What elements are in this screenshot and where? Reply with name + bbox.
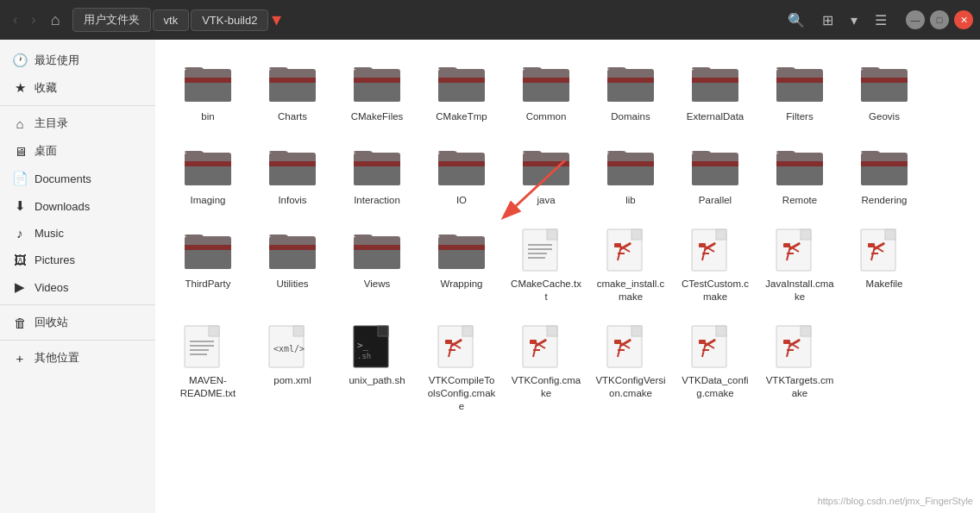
- file-item[interactable]: <xml/> pom.xml: [254, 317, 331, 420]
- sidebar-item-pictures[interactable]: 🖼 Pictures: [0, 247, 155, 273]
- folder-item[interactable]: bin: [169, 53, 247, 130]
- file-label: Views: [364, 278, 390, 291]
- svg-rect-35: [354, 161, 400, 166]
- window-controls: — □ ✕: [906, 10, 973, 29]
- nav-buttons: ‹ › ⌂: [7, 8, 67, 33]
- folder-item[interactable]: Remote: [761, 137, 839, 214]
- folder-item[interactable]: IO: [423, 137, 500, 214]
- breadcrumb-vtk[interactable]: vtk: [153, 9, 190, 31]
- folder-icon: [690, 144, 740, 191]
- file-label: unix_path.sh: [349, 374, 405, 387]
- folder-item[interactable]: Imaging: [169, 137, 247, 214]
- search-button[interactable]: 🔍: [781, 8, 812, 33]
- minimize-button[interactable]: —: [906, 10, 925, 29]
- sidebar-item-other[interactable]: + 其他位置: [0, 344, 155, 372]
- file-grid: bin Charts CMakeFiles CMakeTmp: [169, 53, 966, 420]
- svg-rect-26: [861, 78, 908, 83]
- menu-button[interactable]: ☰: [868, 8, 894, 33]
- folder-item[interactable]: Views: [338, 221, 416, 310]
- folder-icon: [690, 60, 740, 107]
- folder-item[interactable]: ExternalData: [676, 53, 754, 130]
- svg-rect-23: [776, 78, 823, 83]
- file-item[interactable]: cmake_install.cmake: [592, 221, 669, 310]
- folder-item[interactable]: Utilities: [254, 221, 331, 310]
- svg-text:.sh: .sh: [357, 352, 371, 360]
- folder-icon: [606, 144, 656, 191]
- sidebar-label-other: 其他位置: [35, 350, 79, 366]
- file-icon: >_ .sh: [352, 324, 402, 371]
- close-button[interactable]: ✕: [954, 10, 973, 29]
- folder-item[interactable]: java: [507, 137, 585, 214]
- watermark: https://blog.csdn.net/jmx_FingerStyle: [818, 496, 973, 506]
- svg-rect-41: [523, 161, 569, 166]
- folder-item[interactable]: Rendering: [845, 137, 923, 214]
- titlebar: ‹ › ⌂ 用户文件夹 vtk VTK-build2 ▾ 🔍 ⊞ ▾ ☰ — □…: [0, 0, 980, 40]
- view-toggle-button[interactable]: ▾: [844, 8, 864, 33]
- folder-icon: [775, 144, 825, 191]
- documents-icon: 📄: [12, 171, 28, 186]
- svg-rect-56: [185, 245, 231, 250]
- file-item[interactable]: VTKConfigVersion.cmake: [592, 317, 669, 420]
- sidebar-item-music[interactable]: ♪ Music: [0, 220, 155, 247]
- breadcrumb-home[interactable]: 用户文件夹: [72, 8, 151, 32]
- sidebar-label-trash: 回收站: [35, 315, 68, 330]
- folder-item[interactable]: Filters: [761, 53, 839, 130]
- folder-item[interactable]: Charts: [254, 53, 331, 130]
- sidebar-item-recent[interactable]: 🕐 最近使用: [0, 47, 155, 74]
- file-icon: [606, 228, 656, 274]
- svg-text:>_: >_: [357, 340, 369, 351]
- maximize-button[interactable]: □: [930, 10, 949, 29]
- forward-button[interactable]: ›: [25, 9, 41, 31]
- folder-icon: [606, 60, 656, 107]
- folder-item[interactable]: Geovis: [845, 53, 923, 130]
- file-label: Domains: [611, 110, 650, 123]
- folder-item[interactable]: Parallel: [676, 137, 754, 214]
- file-icon: [521, 324, 571, 371]
- downloads-icon: ⬇: [12, 198, 28, 214]
- folder-item[interactable]: lib: [592, 137, 669, 214]
- file-item[interactable]: MAVEN-README.txt: [169, 317, 247, 420]
- folder-item[interactable]: Infovis: [254, 137, 331, 214]
- file-label: Geovis: [869, 110, 900, 123]
- svg-rect-103: [445, 340, 452, 344]
- folder-item[interactable]: Domains: [592, 53, 669, 130]
- sidebar-item-desktop[interactable]: 🖥 桌面: [0, 137, 155, 165]
- svg-rect-11: [438, 78, 485, 83]
- sidebar-item-videos[interactable]: ▶ Videos: [0, 273, 155, 301]
- file-item[interactable]: VTKData_config.cmake: [676, 317, 754, 420]
- file-item[interactable]: JavaInstall.cmake: [761, 221, 839, 310]
- sidebar-item-bookmarks[interactable]: ★ 收藏: [0, 74, 155, 102]
- svg-rect-119: [783, 340, 790, 344]
- svg-rect-78: [699, 243, 706, 247]
- file-item[interactable]: Makefile: [845, 221, 923, 310]
- sidebar-divider-2: [0, 304, 155, 305]
- file-item[interactable]: CTestCustom.cmake: [676, 221, 754, 310]
- file-item[interactable]: CMakeCache.txt: [507, 221, 585, 310]
- folder-item[interactable]: ThirdParty: [169, 221, 247, 310]
- folder-item[interactable]: Common: [507, 53, 585, 130]
- svg-rect-62: [354, 245, 400, 250]
- bookmarks-icon: ★: [12, 80, 28, 96]
- svg-rect-89: [209, 326, 219, 336]
- breadcrumb-build2[interactable]: VTK-build2: [191, 9, 268, 31]
- folder-item[interactable]: CMakeTmp: [423, 53, 500, 130]
- sidebar-item-documents[interactable]: 📄 Documents: [0, 165, 155, 192]
- svg-rect-53: [861, 161, 908, 166]
- file-item[interactable]: VTKTargets.cmake: [761, 317, 839, 420]
- sidebar-item-downloads[interactable]: ⬇ Downloads: [0, 192, 155, 220]
- file-icon: [690, 228, 740, 274]
- breadcrumb-dropdown-icon[interactable]: ▾: [272, 9, 281, 31]
- back-button[interactable]: ‹: [7, 9, 23, 31]
- file-item[interactable]: >_ .sh unix_path.sh: [338, 317, 416, 420]
- folder-item[interactable]: Interaction: [338, 137, 416, 214]
- svg-rect-86: [868, 243, 875, 247]
- sidebar-item-trash[interactable]: 🗑 回收站: [0, 309, 155, 336]
- file-item[interactable]: VTKConfig.cmake: [507, 317, 585, 420]
- folder-item[interactable]: Wrapping: [423, 221, 500, 310]
- folder-item[interactable]: CMakeFiles: [338, 53, 416, 130]
- view-list-button[interactable]: ⊞: [815, 8, 840, 33]
- sidebar-item-home[interactable]: ⌂ 主目录: [0, 109, 155, 137]
- home-button[interactable]: ⌂: [44, 8, 67, 33]
- file-item[interactable]: VTKCompileToolsConfig.cmake: [423, 317, 500, 420]
- file-icon: <xml/>: [267, 324, 317, 371]
